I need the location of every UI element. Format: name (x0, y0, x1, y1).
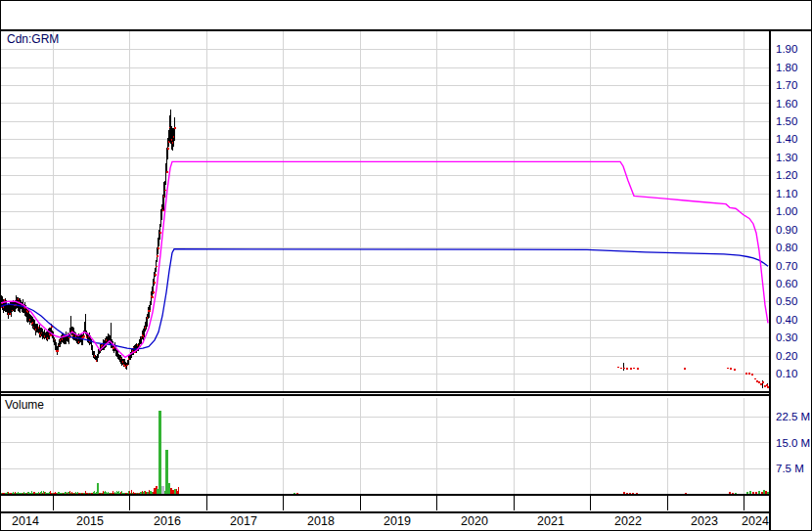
year-tick (206, 496, 207, 510)
year-tick (436, 496, 437, 510)
year-gridline (436, 398, 437, 494)
volume-noise-bar (74, 493, 75, 494)
volume-pane-label: Volume (5, 398, 44, 412)
volume-noise-bar (118, 491, 119, 494)
volume-noise-bar (152, 492, 153, 494)
sparse-volume-bar (629, 493, 631, 495)
volume-noise-bar (28, 492, 29, 494)
volume-noise-bar (57, 493, 58, 494)
volume-noise-bar (42, 493, 43, 494)
candle-bar (10, 301, 11, 315)
volume-noise-bar (120, 492, 121, 494)
candle-bar (136, 343, 137, 353)
sparse-volume-bar (761, 492, 763, 494)
volume-noise-bar (23, 493, 23, 494)
volume-noise-bar (49, 492, 50, 494)
candle-bar (45, 332, 46, 338)
volume-noise-bar (29, 493, 30, 494)
volume-noise-bar (4, 493, 5, 494)
volume-noise-bar (47, 493, 48, 494)
volume-noise-bar (149, 490, 150, 494)
volume-noise-bar (110, 493, 111, 494)
sparse-trade-tick (760, 383, 762, 385)
year-gridline (206, 398, 207, 494)
volume-noise-bar (130, 493, 131, 494)
pane-separator (0, 394, 769, 396)
volume-noise-bar (123, 493, 124, 494)
candle-bar (30, 315, 31, 323)
volume-gridline (0, 442, 769, 443)
volume-noise-bar (52, 493, 53, 494)
price-gridline (0, 211, 769, 212)
candle-bar (117, 350, 118, 359)
volume-noise-bar (103, 491, 104, 494)
price-gridline (0, 320, 769, 321)
candle-bar (66, 332, 67, 344)
candle-bar (92, 345, 93, 355)
volume-noise-bar (6, 493, 7, 494)
candle-bar (118, 354, 119, 360)
volume-noise-bar (96, 492, 97, 494)
close-tick (159, 232, 161, 234)
candle-bar (116, 350, 117, 357)
volume-noise-bar (26, 493, 27, 494)
volume-noise-bar (41, 491, 42, 494)
close-tick (166, 171, 168, 173)
volume-noise-bar (111, 493, 112, 494)
sparse-trade-tick (758, 381, 760, 383)
price-gridline (0, 139, 769, 140)
volume-noise-bar (134, 493, 135, 494)
volume-noise-bar (2, 493, 3, 494)
volume-noise-bar (138, 493, 139, 494)
year-tick (283, 496, 284, 510)
close-tick (154, 282, 156, 284)
price-tick-label: 0.70 (776, 260, 797, 272)
candle-bar (95, 355, 96, 360)
candle-bar (44, 330, 45, 338)
sparse-trade-tick (633, 368, 635, 370)
close-tick (152, 296, 154, 298)
outer-border-top (0, 0, 812, 1)
volume-bar (168, 483, 170, 494)
year-gridline (667, 30, 668, 391)
volume-bar (170, 488, 172, 494)
candle-bar (158, 238, 158, 254)
candle-bar (84, 322, 85, 332)
outer-border-left (0, 0, 1, 531)
volume-noise-bar (8, 492, 9, 494)
volume-noise-bar (108, 492, 109, 494)
volume-noise-bar (36, 493, 37, 494)
year-gridline (744, 398, 744, 494)
close-tick (83, 335, 85, 337)
volume-noise-bar (40, 492, 41, 494)
candle-bar (53, 332, 54, 342)
candle-bar (151, 291, 152, 305)
year-gridline (360, 30, 361, 391)
sparse-volume-bar (763, 490, 765, 494)
year-label: 2017 (230, 514, 257, 528)
volume-noise-bar (33, 492, 34, 494)
volume-noise-bar (125, 493, 126, 494)
volume-noise-bar (113, 491, 113, 494)
year-gridline (206, 30, 207, 391)
volume-bar (165, 450, 168, 494)
volume-noise-bar (51, 493, 52, 494)
volume-noise-bar (129, 491, 130, 494)
close-tick (167, 148, 169, 150)
year-tick (744, 496, 744, 510)
year-band-line (0, 511, 769, 513)
volume-noise-bar (119, 493, 120, 494)
price-tick-label: 0.90 (776, 224, 797, 236)
price-gridline (0, 356, 769, 357)
volume-noise-bar (115, 493, 116, 494)
price-gridline (0, 175, 769, 176)
volume-bar (161, 486, 164, 494)
candle-bar (145, 322, 146, 332)
sparse-trade-tick (637, 368, 639, 370)
close-tick (158, 247, 159, 249)
volume-noise-bar (79, 493, 80, 494)
price-tick-label: 1.80 (776, 62, 797, 73)
close-tick (126, 365, 128, 367)
volume-noise-bar (72, 493, 73, 494)
volume-bar (97, 483, 99, 494)
